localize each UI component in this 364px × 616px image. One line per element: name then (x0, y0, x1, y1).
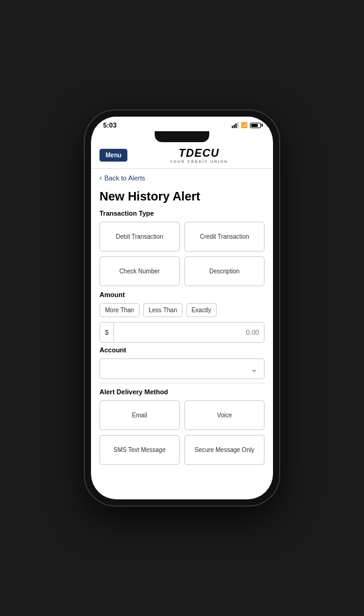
delivery-grid-2: SMS Text Message Secure Message Only (99, 435, 265, 465)
debit-transaction-button[interactable]: Debit Transaction (99, 222, 180, 252)
amount-input-row: $ (99, 322, 265, 343)
delivery-label: Alert Delivery Method (99, 388, 265, 395)
sms-button[interactable]: SMS Text Message (99, 435, 180, 465)
page-title: New History Alert (99, 190, 265, 204)
wifi-icon: 📶 (241, 122, 248, 128)
chevron-down-icon: ⌄ (251, 364, 258, 374)
email-button[interactable]: Email (99, 400, 180, 430)
transaction-type-grid-2: Check Number Description (99, 256, 265, 286)
menu-button[interactable]: Menu (99, 149, 127, 162)
status-bar: 5:03 📶 (91, 117, 273, 131)
battery-icon (250, 123, 261, 128)
delivery-section: Alert Delivery Method Email Voice SMS Te… (99, 383, 265, 465)
less-than-button[interactable]: Less Than (143, 303, 183, 317)
logo-text: TDECU (179, 147, 220, 160)
phone-content[interactable]: Menu TDECU YOUR CREDIT UNION ‹ Back to A… (91, 142, 273, 499)
account-section: Account ⌄ (99, 346, 265, 379)
check-number-button[interactable]: Check Number (99, 256, 180, 286)
status-time: 5:03 (103, 121, 116, 129)
back-link-label: Back to Alerts (104, 174, 145, 182)
logo-area: TDECU YOUR CREDIT UNION (133, 147, 265, 163)
amount-toggle: More Than Less Than Exactly (99, 303, 265, 317)
signal-icon (232, 122, 238, 128)
notch (155, 131, 209, 142)
delivery-grid: Email Voice (99, 400, 265, 430)
account-label: Account (99, 346, 265, 354)
logo-subtitle: YOUR CREDIT UNION (170, 160, 228, 163)
secure-message-button[interactable]: Secure Message Only (184, 435, 265, 465)
amount-label: Amount (99, 291, 265, 298)
main-content: New History Alert Transaction Type Debit… (91, 185, 273, 482)
transaction-type-label: Transaction Type (99, 210, 265, 217)
back-link[interactable]: ‹ Back to Alerts (91, 169, 273, 185)
credit-transaction-button[interactable]: Credit Transaction (184, 222, 265, 252)
account-dropdown[interactable]: ⌄ (99, 358, 265, 379)
phone-screen: 5:03 📶 Menu TDECU YOUR CREDIT UNION (91, 117, 273, 499)
back-chevron-icon: ‹ (99, 174, 102, 182)
exactly-button[interactable]: Exactly (186, 303, 217, 317)
more-than-button[interactable]: More Than (99, 303, 140, 317)
amount-section: Amount More Than Less Than Exactly $ (99, 291, 265, 343)
divider (99, 383, 265, 383)
dollar-sign: $ (100, 323, 114, 342)
amount-input[interactable] (114, 325, 264, 340)
transaction-type-grid: Debit Transaction Credit Transaction (99, 222, 265, 252)
status-icons: 📶 (232, 122, 261, 128)
app-header: Menu TDECU YOUR CREDIT UNION (91, 142, 273, 169)
voice-button[interactable]: Voice (184, 400, 265, 430)
description-button[interactable]: Description (184, 256, 265, 286)
phone-frame: 5:03 📶 Menu TDECU YOUR CREDIT UNION (85, 111, 279, 505)
